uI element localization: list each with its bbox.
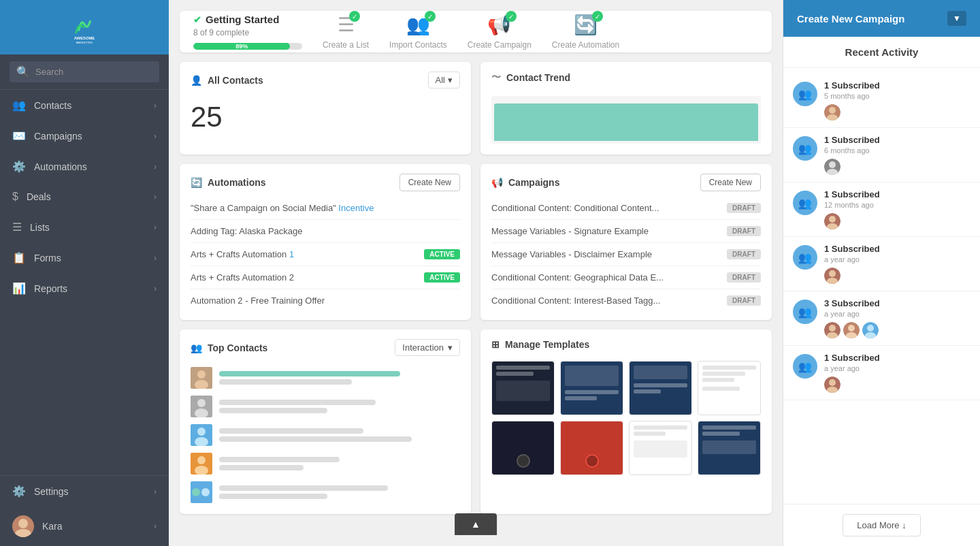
contact-info-bars — [219, 400, 460, 413]
sidebar-item-forms[interactable]: 📋 Forms › — [0, 242, 169, 273]
list-item[interactable]: Message Variables - Disclaimer Example D… — [491, 243, 761, 266]
svg-text:AWESOME: AWESOME — [74, 36, 95, 40]
sidebar-label-campaigns: Campaigns — [34, 131, 82, 142]
svg-point-39 — [867, 325, 874, 332]
create-campaign-button[interactable]: Create New Campaign ▼ — [783, 0, 980, 37]
chevron-right-icon: › — [154, 253, 157, 263]
contacts-templates-row: 👥 Top Contacts Interaction ▾ — [180, 330, 772, 514]
contact-info-bars — [219, 485, 460, 499]
gs-step-create-automation[interactable]: 🔄 ✓ Create Automation — [552, 14, 619, 50]
templates-grid — [480, 355, 772, 486]
mini-avatar — [824, 213, 840, 229]
contact-detail-bar — [219, 465, 304, 470]
automation-link[interactable]: Incentive — [338, 203, 374, 213]
sidebar-label-deals: Deals — [27, 191, 51, 202]
campaigns-title: 📢 Campaigns — [491, 177, 559, 188]
list-item[interactable]: Arts + Crafts Automation 1 ACTIVE — [191, 243, 460, 266]
sidebar-item-contacts[interactable]: 👥 Contacts › — [0, 90, 169, 121]
list-item[interactable]: Conditional Content: Conditional Content… — [491, 197, 761, 220]
gs-step-import-contacts[interactable]: 👥 ✓ Import Contacts — [389, 14, 447, 50]
template-thumb[interactable] — [698, 421, 761, 475]
activity-title: 1 Subscribed — [824, 353, 970, 363]
contact-avatar — [191, 367, 212, 389]
step-check-icon: ✓ — [349, 11, 360, 22]
sidebar-item-deals[interactable]: $ Deals › — [0, 182, 169, 212]
sidebar-item-campaigns[interactable]: ✉️ Campaigns › — [0, 121, 169, 151]
chevron-right-icon: › — [154, 192, 157, 202]
gs-step-label: Create Campaign — [468, 40, 532, 50]
svg-text:MARKETING: MARKETING — [76, 41, 93, 44]
gs-step-create-campaign[interactable]: 📢 ✓ Create Campaign — [468, 14, 532, 50]
chevron-right-icon: › — [154, 131, 157, 141]
contact-name-bar — [219, 457, 340, 462]
sidebar-item-reports[interactable]: 📊 Reports › — [0, 273, 169, 304]
list-item[interactable]: Conditional Content: Interest-Based Tagg… — [491, 289, 761, 312]
chevron-right-icon: › — [154, 162, 157, 172]
activity-title: 1 Subscribed — [824, 80, 970, 91]
template-thumb[interactable] — [560, 421, 623, 475]
campaigns-create-btn[interactable]: Create New — [700, 174, 761, 191]
activity-icon: 👥 — [793, 354, 817, 379]
template-thumb[interactable] — [629, 361, 692, 415]
sidebar-label-settings: Settings — [34, 486, 69, 497]
gs-left: ✔ Getting Started 8 of 9 complete 89% — [193, 14, 302, 50]
activity-list: 👥 1 Subscribed 5 months ago 👥 1 Subscrib… — [783, 68, 980, 504]
sidebar-item-automations[interactable]: ⚙️ Automations › — [0, 151, 169, 182]
sidebar-item-user[interactable]: Kara › — [0, 507, 169, 546]
gs-subtitle: 8 of 9 complete — [193, 28, 302, 37]
activity-avatars — [824, 322, 970, 338]
list-item[interactable]: Adding Tag: Alaska Package — [191, 220, 460, 243]
template-thumb[interactable] — [491, 421, 555, 475]
list-item[interactable]: Arts + Crafts Automation 2 ACTIVE — [191, 266, 460, 289]
gs-step-create-list[interactable]: ☰ ✓ Create a List — [323, 14, 369, 50]
campaigns-list: Conditional Content: Conditional Content… — [480, 197, 772, 320]
sidebar-item-lists[interactable]: ☰ Lists › — [0, 212, 169, 242]
contacts-filter-dropdown[interactable]: All ▾ — [428, 71, 460, 89]
contact-row — [191, 367, 460, 389]
template-thumb[interactable] — [698, 361, 761, 415]
top-contacts-filter[interactable]: Interaction ▾ — [395, 339, 460, 356]
activity-time: a year ago — [824, 255, 970, 263]
search-input[interactable] — [35, 67, 152, 77]
svg-point-21 — [829, 107, 836, 114]
all-contacts-card: 👤 All Contacts All ▾ 25 — [180, 62, 471, 155]
draft-badge: DRAFT — [727, 203, 761, 213]
list-item[interactable]: Conditional Content: Geographical Data E… — [491, 266, 761, 289]
manage-templates-title: ⊞ Manage Templates — [491, 339, 589, 350]
automations-create-btn[interactable]: Create New — [399, 174, 460, 191]
load-more-button[interactable]: Load More ↓ — [843, 514, 920, 536]
dropdown-arrow-icon: ▾ — [448, 342, 453, 353]
create-automation-icon: 🔄 ✓ — [574, 14, 598, 36]
activity-item: 👥 1 Subscribed 6 months ago — [783, 128, 980, 182]
activity-time: 12 months ago — [824, 201, 970, 209]
activity-time: 6 months ago — [824, 146, 970, 155]
list-item[interactable]: Automation 2 - Free Training Offer — [191, 289, 460, 312]
automation-link[interactable]: 1 — [289, 249, 294, 259]
activity-content: 1 Subscribed a year ago — [824, 353, 970, 393]
draft-badge: DRAFT — [727, 226, 761, 236]
load-more-container: Load More ↓ — [783, 504, 980, 546]
contact-info-bars — [219, 371, 460, 385]
chevron-right-icon: › — [154, 521, 157, 531]
sidebar-bottom: ⚙️ Settings › Kara › — [0, 475, 169, 546]
list-item[interactable]: Message Variables - Signature Example DR… — [491, 220, 761, 243]
draft-badge: DRAFT — [727, 272, 761, 283]
gs-title: ✔ Getting Started — [193, 14, 302, 25]
scroll-up-button[interactable]: ▲ — [455, 513, 497, 535]
settings-icon: ⚙️ — [12, 485, 26, 498]
template-thumb[interactable] — [560, 361, 623, 415]
automations-title: 🔄 Automations — [191, 177, 266, 188]
sidebar-item-settings[interactable]: ⚙️ Settings › — [0, 476, 169, 507]
sidebar-label-forms: Forms — [34, 253, 61, 263]
forms-icon: 📋 — [12, 251, 26, 264]
dropdown-arrow-icon: ▾ — [448, 75, 453, 85]
automations-icon: ⚙️ — [12, 160, 26, 173]
svg-point-15 — [197, 456, 206, 464]
svg-point-12 — [197, 428, 206, 436]
contact-detail-bar — [219, 436, 412, 442]
sidebar-nav: 👥 Contacts › ✉️ Campaigns › ⚙️ Automatio… — [0, 90, 169, 304]
dropdown-arrow-icon[interactable]: ▼ — [947, 11, 966, 26]
template-thumb[interactable] — [491, 361, 555, 415]
list-item[interactable]: "Share a Campaign on Social Media" Incen… — [191, 197, 460, 220]
template-thumb[interactable] — [629, 421, 692, 475]
